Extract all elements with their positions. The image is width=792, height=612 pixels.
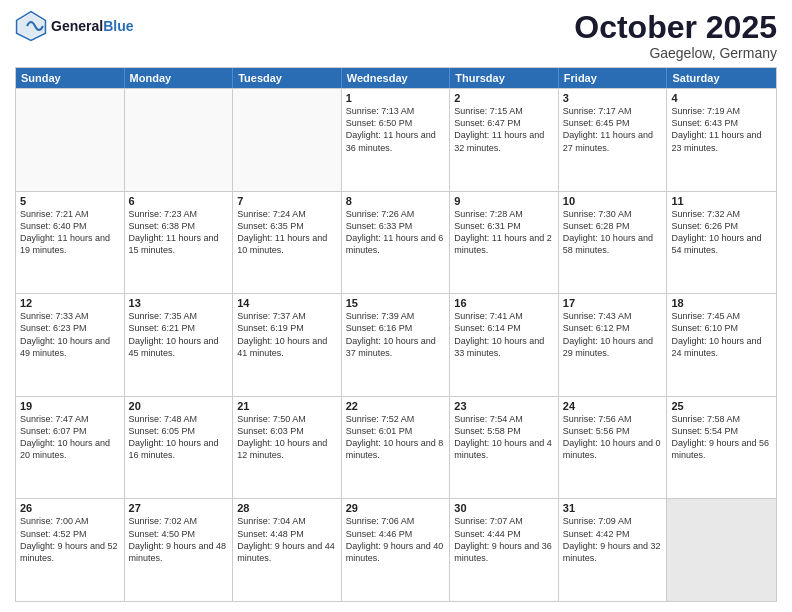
day-details: Sunrise: 7:32 AM Sunset: 6:26 PM Dayligh…: [671, 208, 772, 257]
day-number: 8: [346, 195, 446, 207]
day-cell-4: 4Sunrise: 7:19 AM Sunset: 6:43 PM Daylig…: [667, 89, 776, 191]
day-details: Sunrise: 7:33 AM Sunset: 6:23 PM Dayligh…: [20, 310, 120, 359]
day-cell-24: 24Sunrise: 7:56 AM Sunset: 5:56 PM Dayli…: [559, 397, 668, 499]
empty-cell-0-0: [16, 89, 125, 191]
day-cell-17: 17Sunrise: 7:43 AM Sunset: 6:12 PM Dayli…: [559, 294, 668, 396]
day-details: Sunrise: 7:35 AM Sunset: 6:21 PM Dayligh…: [129, 310, 229, 359]
header: GeneralBlue October 2025 Gaegelow, Germa…: [15, 10, 777, 61]
day-details: Sunrise: 7:54 AM Sunset: 5:58 PM Dayligh…: [454, 413, 554, 462]
day-cell-29: 29Sunrise: 7:06 AM Sunset: 4:46 PM Dayli…: [342, 499, 451, 601]
day-number: 16: [454, 297, 554, 309]
empty-cell-0-1: [125, 89, 234, 191]
day-cell-8: 8Sunrise: 7:26 AM Sunset: 6:33 PM Daylig…: [342, 192, 451, 294]
day-details: Sunrise: 7:43 AM Sunset: 6:12 PM Dayligh…: [563, 310, 663, 359]
day-cell-11: 11Sunrise: 7:32 AM Sunset: 6:26 PM Dayli…: [667, 192, 776, 294]
day-cell-27: 27Sunrise: 7:02 AM Sunset: 4:50 PM Dayli…: [125, 499, 234, 601]
day-cell-12: 12Sunrise: 7:33 AM Sunset: 6:23 PM Dayli…: [16, 294, 125, 396]
day-number: 9: [454, 195, 554, 207]
day-number: 17: [563, 297, 663, 309]
day-cell-2: 2Sunrise: 7:15 AM Sunset: 6:47 PM Daylig…: [450, 89, 559, 191]
day-details: Sunrise: 7:21 AM Sunset: 6:40 PM Dayligh…: [20, 208, 120, 257]
day-cell-31: 31Sunrise: 7:09 AM Sunset: 4:42 PM Dayli…: [559, 499, 668, 601]
header-day-saturday: Saturday: [667, 68, 776, 88]
day-details: Sunrise: 7:45 AM Sunset: 6:10 PM Dayligh…: [671, 310, 772, 359]
location: Gaegelow, Germany: [574, 45, 777, 61]
day-number: 20: [129, 400, 229, 412]
day-details: Sunrise: 7:17 AM Sunset: 6:45 PM Dayligh…: [563, 105, 663, 154]
day-cell-14: 14Sunrise: 7:37 AM Sunset: 6:19 PM Dayli…: [233, 294, 342, 396]
day-details: Sunrise: 7:39 AM Sunset: 6:16 PM Dayligh…: [346, 310, 446, 359]
day-details: Sunrise: 7:13 AM Sunset: 6:50 PM Dayligh…: [346, 105, 446, 154]
day-number: 28: [237, 502, 337, 514]
day-cell-3: 3Sunrise: 7:17 AM Sunset: 6:45 PM Daylig…: [559, 89, 668, 191]
day-details: Sunrise: 7:58 AM Sunset: 5:54 PM Dayligh…: [671, 413, 772, 462]
day-number: 11: [671, 195, 772, 207]
day-cell-15: 15Sunrise: 7:39 AM Sunset: 6:16 PM Dayli…: [342, 294, 451, 396]
day-number: 19: [20, 400, 120, 412]
calendar-body: 1Sunrise: 7:13 AM Sunset: 6:50 PM Daylig…: [16, 88, 776, 601]
day-details: Sunrise: 7:47 AM Sunset: 6:07 PM Dayligh…: [20, 413, 120, 462]
day-number: 24: [563, 400, 663, 412]
calendar-row-4: 26Sunrise: 7:00 AM Sunset: 4:52 PM Dayli…: [16, 498, 776, 601]
day-details: Sunrise: 7:15 AM Sunset: 6:47 PM Dayligh…: [454, 105, 554, 154]
day-number: 1: [346, 92, 446, 104]
month-title: October 2025: [574, 10, 777, 45]
calendar: SundayMondayTuesdayWednesdayThursdayFrid…: [15, 67, 777, 602]
day-cell-5: 5Sunrise: 7:21 AM Sunset: 6:40 PM Daylig…: [16, 192, 125, 294]
logo-text: GeneralBlue: [51, 18, 133, 34]
day-details: Sunrise: 7:30 AM Sunset: 6:28 PM Dayligh…: [563, 208, 663, 257]
day-number: 25: [671, 400, 772, 412]
day-cell-18: 18Sunrise: 7:45 AM Sunset: 6:10 PM Dayli…: [667, 294, 776, 396]
day-number: 22: [346, 400, 446, 412]
day-cell-28: 28Sunrise: 7:04 AM Sunset: 4:48 PM Dayli…: [233, 499, 342, 601]
day-details: Sunrise: 7:07 AM Sunset: 4:44 PM Dayligh…: [454, 515, 554, 564]
header-day-sunday: Sunday: [16, 68, 125, 88]
day-cell-20: 20Sunrise: 7:48 AM Sunset: 6:05 PM Dayli…: [125, 397, 234, 499]
day-details: Sunrise: 7:50 AM Sunset: 6:03 PM Dayligh…: [237, 413, 337, 462]
day-number: 26: [20, 502, 120, 514]
day-details: Sunrise: 7:37 AM Sunset: 6:19 PM Dayligh…: [237, 310, 337, 359]
day-details: Sunrise: 7:09 AM Sunset: 4:42 PM Dayligh…: [563, 515, 663, 564]
day-details: Sunrise: 7:23 AM Sunset: 6:38 PM Dayligh…: [129, 208, 229, 257]
day-number: 15: [346, 297, 446, 309]
day-number: 3: [563, 92, 663, 104]
day-details: Sunrise: 7:48 AM Sunset: 6:05 PM Dayligh…: [129, 413, 229, 462]
calendar-row-2: 12Sunrise: 7:33 AM Sunset: 6:23 PM Dayli…: [16, 293, 776, 396]
day-number: 27: [129, 502, 229, 514]
day-cell-16: 16Sunrise: 7:41 AM Sunset: 6:14 PM Dayli…: [450, 294, 559, 396]
logo: GeneralBlue: [15, 10, 133, 42]
day-number: 7: [237, 195, 337, 207]
header-day-monday: Monday: [125, 68, 234, 88]
title-block: October 2025 Gaegelow, Germany: [574, 10, 777, 61]
day-cell-21: 21Sunrise: 7:50 AM Sunset: 6:03 PM Dayli…: [233, 397, 342, 499]
day-cell-30: 30Sunrise: 7:07 AM Sunset: 4:44 PM Dayli…: [450, 499, 559, 601]
day-details: Sunrise: 7:28 AM Sunset: 6:31 PM Dayligh…: [454, 208, 554, 257]
day-details: Sunrise: 7:41 AM Sunset: 6:14 PM Dayligh…: [454, 310, 554, 359]
day-number: 12: [20, 297, 120, 309]
day-cell-25: 25Sunrise: 7:58 AM Sunset: 5:54 PM Dayli…: [667, 397, 776, 499]
header-day-tuesday: Tuesday: [233, 68, 342, 88]
day-details: Sunrise: 7:04 AM Sunset: 4:48 PM Dayligh…: [237, 515, 337, 564]
calendar-header: SundayMondayTuesdayWednesdayThursdayFrid…: [16, 68, 776, 88]
day-number: 29: [346, 502, 446, 514]
logo-icon: [15, 10, 47, 42]
day-number: 30: [454, 502, 554, 514]
header-day-friday: Friday: [559, 68, 668, 88]
day-cell-10: 10Sunrise: 7:30 AM Sunset: 6:28 PM Dayli…: [559, 192, 668, 294]
day-number: 2: [454, 92, 554, 104]
empty-cell-4-6: [667, 499, 776, 601]
day-cell-26: 26Sunrise: 7:00 AM Sunset: 4:52 PM Dayli…: [16, 499, 125, 601]
day-cell-6: 6Sunrise: 7:23 AM Sunset: 6:38 PM Daylig…: [125, 192, 234, 294]
day-details: Sunrise: 7:24 AM Sunset: 6:35 PM Dayligh…: [237, 208, 337, 257]
day-cell-13: 13Sunrise: 7:35 AM Sunset: 6:21 PM Dayli…: [125, 294, 234, 396]
day-number: 4: [671, 92, 772, 104]
day-details: Sunrise: 7:06 AM Sunset: 4:46 PM Dayligh…: [346, 515, 446, 564]
page: GeneralBlue October 2025 Gaegelow, Germa…: [0, 0, 792, 612]
day-cell-9: 9Sunrise: 7:28 AM Sunset: 6:31 PM Daylig…: [450, 192, 559, 294]
day-details: Sunrise: 7:56 AM Sunset: 5:56 PM Dayligh…: [563, 413, 663, 462]
day-number: 6: [129, 195, 229, 207]
header-day-thursday: Thursday: [450, 68, 559, 88]
day-cell-7: 7Sunrise: 7:24 AM Sunset: 6:35 PM Daylig…: [233, 192, 342, 294]
day-cell-1: 1Sunrise: 7:13 AM Sunset: 6:50 PM Daylig…: [342, 89, 451, 191]
day-details: Sunrise: 7:52 AM Sunset: 6:01 PM Dayligh…: [346, 413, 446, 462]
